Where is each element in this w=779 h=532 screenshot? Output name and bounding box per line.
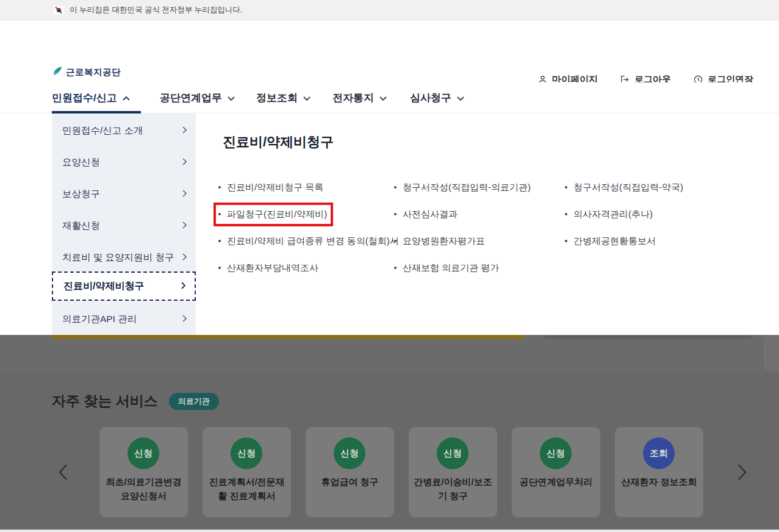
gov-banner: 이 누리집은 대한민국 공식 전자정부 누리집입니다. <box>0 0 779 20</box>
nav-minwon[interactable]: 민원접수/신고 <box>52 82 130 113</box>
link-label: 파일청구(진료비/약제비) <box>227 209 327 220</box>
link-doctor-qualification[interactable]: 의사자격관리(추나) <box>561 201 653 228</box>
leaf-logo-icon <box>52 65 63 79</box>
background-card-edge <box>764 336 779 370</box>
link-label: 요양병원환자평가표 <box>403 235 485 247</box>
chevron-right-icon <box>182 125 187 136</box>
link-pre-review-result[interactable]: 사전심사결과 <box>390 201 458 228</box>
logo-org-name: 근로복지공단 <box>66 66 121 78</box>
notice-bar <box>52 335 524 339</box>
megamenu-column-2: 청구서작성(직접입력-의료기관) 사전심사결과 요양병원환자평가표 산재보험 의… <box>390 174 564 281</box>
chevron-right-icon <box>182 252 187 263</box>
sidebar-item-api[interactable]: 의료기관API 관리 <box>52 308 196 330</box>
megamenu-column-1: 진료비/약제비청구 목록 파일청구(진료비/약제비) 진료비/약제비 급여종류 … <box>215 174 389 281</box>
sidebar-item-chiryobi[interactable]: 치료비 및 요양지원비 청구 <box>52 246 196 268</box>
link-label: 청구서작성(직접입력-의료기관) <box>403 182 531 193</box>
chevron-right-icon <box>738 473 747 483</box>
service-card-linked-work[interactable]: 신청 공단연계업무처리 <box>512 427 600 517</box>
frequent-services-section: 자주 찾는 서비스 의료기관 신청 최초/의료기관변경요양신청서 신청 진료계획… <box>0 373 779 530</box>
carousel-next-button[interactable] <box>733 462 752 483</box>
chevron-down-icon <box>303 92 311 104</box>
menu-shadow <box>545 336 752 339</box>
nav-minwon-label: 민원접수/신고 <box>52 91 117 105</box>
link-benefit-change-consent[interactable]: 진료비/약제비 급여종류 변경 동의(철회)서 <box>215 228 399 254</box>
sidebar-item-label: 보상청구 <box>62 188 100 201</box>
nav-enotice[interactable]: 전자통지 <box>332 82 387 113</box>
megamenu-sidebar: 민원접수/신고 소개 요양신청 보상청구 재활신청 치료비 및 요양지원비 청구… <box>52 113 196 335</box>
chevron-right-icon <box>182 189 187 200</box>
nav-simsa[interactable]: 심사청구 <box>410 82 464 113</box>
lookup-tag: 조회 <box>643 437 675 469</box>
link-label: 진료비/약제비 급여종류 변경 동의(철회)서 <box>227 235 399 247</box>
chevron-down-icon <box>457 92 464 104</box>
sidebar-item-bosang[interactable]: 보상청구 <box>52 183 196 205</box>
link-label: 간병제공현황통보서 <box>573 235 656 247</box>
bullet-icon <box>218 240 221 242</box>
bullet-icon <box>565 213 567 215</box>
link-claim-list[interactable]: 진료비/약제비청구 목록 <box>215 174 323 201</box>
sidebar-item-jaehwal[interactable]: 재활신청 <box>52 215 196 237</box>
service-card-initial-medical-change[interactable]: 신청 최초/의료기관변경요양신청서 <box>99 427 188 517</box>
link-label: 진료비/약제비청구 목록 <box>227 182 323 193</box>
nav-gongdan[interactable]: 공단연계업무 <box>160 82 235 113</box>
link-hospital-patient-eval[interactable]: 요양병원환자평가표 <box>390 228 485 254</box>
nav-simsa-label: 심사청구 <box>410 91 451 105</box>
header: 근로복지공단 고용·산재보험토탈서비스 마이페이지 <box>0 20 779 82</box>
chevron-right-icon <box>181 281 185 292</box>
sidebar-item-label: 민원접수/신고 소개 <box>62 124 143 137</box>
services-title: 자주 찾는 서비스 <box>52 392 158 411</box>
nav-enotice-label: 전자통지 <box>332 91 374 105</box>
link-claim-write-pharmacy[interactable]: 청구서작성(직접입력-약국) <box>561 174 683 201</box>
gov-banner-text: 이 누리집은 대한민국 공식 전자정부 누리집입니다. <box>70 5 242 15</box>
bullet-icon <box>394 267 397 269</box>
chevron-up-icon <box>123 92 130 104</box>
link-file-claim[interactable]: 파일청구(진료비/약제비) <box>215 201 327 228</box>
bullet-icon <box>394 240 397 242</box>
service-card-treatment-plan[interactable]: 신청 진료계획서/전문재활 진료계획서 <box>203 427 291 517</box>
link-claim-write-medical[interactable]: 청구서작성(직접입력-의료기관) <box>390 174 531 201</box>
carousel-prev-button[interactable] <box>54 462 72 483</box>
service-card-sick-leave-benefit[interactable]: 신청 휴업급여 청구 <box>306 427 394 517</box>
bullet-icon <box>565 240 567 242</box>
nav-info[interactable]: 정보조회 <box>256 82 311 113</box>
link-patient-burden-survey[interactable]: 산재환자부담내역조사 <box>215 254 318 281</box>
apply-tag: 신청 <box>334 437 365 469</box>
apply-tag: 신청 <box>437 437 468 469</box>
sidebar-item-jinryobi[interactable]: 진료비/약제비청구 <box>52 271 196 301</box>
chevron-left-icon <box>58 473 68 483</box>
megamenu-title: 진료비/약제비청구 <box>223 133 334 151</box>
link-label: 사전심사결과 <box>403 209 458 220</box>
link-nursing-status-report[interactable]: 간병제공현황통보서 <box>561 228 656 254</box>
bullet-icon <box>394 213 397 215</box>
sidebar-item-label: 진료비/약제비청구 <box>63 280 144 293</box>
sidebar-item-yoyang[interactable]: 요양신청 <box>52 151 196 173</box>
link-label: 산재보험 의료기관 평가 <box>403 262 499 274</box>
apply-tag: 신청 <box>127 437 159 469</box>
bullet-icon <box>218 213 221 215</box>
medical-org-badge[interactable]: 의료기관 <box>169 393 219 410</box>
service-card-nursing-transport[interactable]: 신청 간병료/이송비/보조기 청구 <box>409 427 497 517</box>
bullet-icon <box>218 267 221 269</box>
service-card-label: 최초/의료기관변경요양신청서 <box>104 475 184 503</box>
service-card-label: 산재환자 정보조회 <box>619 475 699 489</box>
link-label: 산재환자부담내역조사 <box>227 262 318 274</box>
services-header: 자주 찾는 서비스 의료기관 <box>52 392 219 411</box>
service-card-label: 진료계획서/전문재활 진료계획서 <box>207 475 287 503</box>
totalservice-page: 이 누리집은 대한민국 공식 전자정부 누리집입니다. 근로복지공단 고용·산재… <box>0 0 779 532</box>
korea-flag-icon <box>54 5 64 15</box>
service-card-label: 공단연계업무처리 <box>516 475 596 489</box>
nav-gongdan-label: 공단연계업무 <box>160 91 222 105</box>
link-insurance-org-eval[interactable]: 산재보험 의료기관 평가 <box>390 254 499 281</box>
nav-info-label: 정보조회 <box>256 91 298 105</box>
bullet-icon <box>218 186 221 189</box>
chevron-down-icon <box>379 92 387 104</box>
service-card-label: 휴업급여 청구 <box>310 475 390 489</box>
apply-tag: 신청 <box>540 437 572 469</box>
bullet-icon <box>394 186 397 189</box>
main-nav: 민원접수/신고 공단연계업무 정보조회 전자통지 심사청구 <box>0 82 779 113</box>
service-card-patient-info[interactable]: 조회 산재환자 정보조회 <box>615 427 703 517</box>
megamenu-column-3: 청구서작성(직접입력-약국) 의사자격관리(추나) 간병제공현황통보서 <box>561 174 735 254</box>
sidebar-item-intro[interactable]: 민원접수/신고 소개 <box>52 120 196 142</box>
link-label: 의사자격관리(추나) <box>573 209 653 220</box>
apply-tag: 신청 <box>231 437 262 469</box>
